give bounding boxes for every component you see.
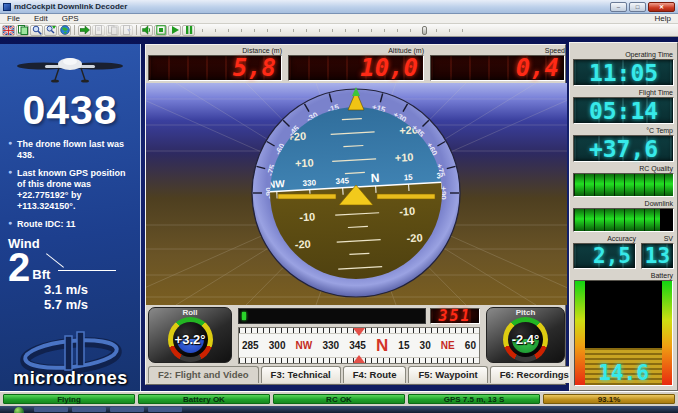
roll-gauge-label: Roll — [149, 308, 231, 317]
export-save-icon[interactable] — [120, 25, 133, 36]
rc-quality-fill — [574, 174, 673, 196]
battery-label: Battery — [651, 272, 673, 279]
svg-text:+10: +10 — [394, 151, 413, 164]
wind-bft-value: 2 — [8, 251, 30, 283]
playback-slider[interactable] — [202, 25, 470, 36]
wind-section: Wind 2 Bft 3.1 m/s 5.7 m/s — [8, 236, 140, 313]
wind-bft-unit: Bft — [32, 270, 50, 280]
svg-text:-20: -20 — [406, 231, 423, 244]
svg-text:-20: -20 — [294, 238, 311, 251]
title-bar: mdCockpit Downlink Decoder – □ ✕ — [0, 0, 678, 14]
audio-icon[interactable] — [140, 25, 153, 36]
tab-bar: F2: Flight and Video F3: Technical F4: R… — [148, 366, 579, 383]
altitude-label: Altitude (m) — [288, 47, 424, 54]
minimize-button[interactable]: – — [610, 2, 627, 12]
accuracy-display: 2,5 — [573, 243, 636, 269]
menu-gps[interactable]: GPS — [55, 14, 86, 23]
zoom-icon[interactable] — [30, 25, 43, 36]
zoom-refresh-icon[interactable] — [44, 25, 57, 36]
downlink-fill — [574, 209, 660, 231]
distance-display: 5,8 — [148, 55, 282, 81]
maximize-button[interactable]: □ — [629, 2, 646, 12]
app-icon — [3, 3, 11, 11]
operating-time-label: Operating Time — [625, 51, 673, 58]
svg-text:-10: -10 — [299, 210, 316, 223]
compass-marker-bottom-icon — [353, 355, 365, 363]
compass-value: 330 — [322, 340, 339, 351]
status-bar: Flying Battery OK RC OK GPS 7.5 m, 13 S … — [0, 391, 678, 406]
menu-file[interactable]: File — [0, 14, 27, 23]
svg-text:345: 345 — [335, 176, 349, 186]
taskbar-button[interactable] — [72, 407, 106, 412]
menu-help[interactable]: Help — [648, 14, 678, 23]
menu-bar: File Edit GPS Help — [0, 14, 678, 24]
connect-icon[interactable] — [78, 25, 91, 36]
wind-gust-ms: 5.7 m/s — [44, 298, 140, 313]
note-gps-position: Last known GPS position of this drone wa… — [8, 168, 134, 213]
status-flight-state: Flying — [3, 394, 135, 404]
slider-handle[interactable] — [422, 26, 427, 35]
pause-icon[interactable] — [182, 25, 195, 36]
speed-label: Speed — [430, 47, 565, 54]
export-copy-icon[interactable] — [106, 25, 119, 36]
tab-route[interactable]: F4: Route — [343, 366, 407, 383]
globe-icon[interactable] — [58, 25, 71, 36]
start-orb-icon[interactable] — [14, 407, 24, 413]
compass-value: NE — [441, 340, 455, 351]
stop-icon[interactable] — [154, 25, 167, 36]
status-battery: Battery OK — [138, 394, 270, 404]
drone-notes: The drone flown last was 438. Last known… — [8, 139, 134, 230]
mdcockpit-window: mdCockpit Downlink Decoder – □ ✕ File Ed… — [0, 0, 678, 413]
tab-technical[interactable]: F3: Technical — [261, 366, 341, 383]
artificial-horizon: -15 -30 -45 -60 -75 -90 +15 +30 +45 +60 … — [146, 83, 567, 305]
speed-display: 0,4 — [430, 55, 565, 81]
note-last-flown: The drone flown last was 438. — [8, 139, 134, 162]
svg-text:330: 330 — [302, 178, 316, 188]
status-rc: RC OK — [273, 394, 405, 404]
signal-led-icon — [242, 312, 246, 320]
temp-display: +37,6 — [573, 135, 674, 162]
roll-gauge: Roll +3.2° — [148, 307, 232, 363]
compass-value: NW — [296, 340, 313, 351]
svg-text:N: N — [370, 171, 379, 185]
flight-time-display: 05:14 — [573, 97, 674, 124]
taskbar-button[interactable] — [148, 407, 182, 412]
close-button[interactable]: ✕ — [648, 2, 675, 12]
compass-north: N — [376, 336, 388, 356]
language-flag-icon[interactable] — [2, 25, 15, 36]
compass-value: 15 — [398, 340, 409, 351]
content-area: 0438 The drone flown last was 438. Last … — [0, 37, 678, 391]
compass-value: 300 — [269, 340, 286, 351]
taskbar-button[interactable] — [110, 407, 144, 412]
tab-recordings[interactable]: F6: Recordings — [490, 366, 579, 383]
downlink-bar — [573, 208, 674, 232]
battery-gauge: 14.6 — [574, 280, 673, 386]
temp-label: °C Temp — [646, 127, 673, 134]
accuracy-label: Accuracy — [573, 235, 636, 242]
note-route-idc: Route IDC: 11 — [8, 219, 134, 230]
distance-label: Distance (m) — [148, 47, 282, 54]
pitch-gauge-label: Pitch — [487, 308, 564, 317]
telemetry-panel: Operating Time 11:05 Flight Time 05:14 °… — [569, 42, 678, 391]
drone-id: 0438 — [0, 90, 140, 131]
flight-panel: Distance (m) 5,8 Altitude (m) 10,0 Speed… — [145, 44, 566, 385]
menu-edit[interactable]: Edit — [27, 14, 55, 23]
tab-waypoint[interactable]: F5: Waypoint — [408, 366, 487, 383]
svg-text:-10: -10 — [399, 205, 416, 218]
flight-time-label: Flight Time — [639, 89, 673, 96]
toolbar — [0, 24, 678, 37]
copy-icon[interactable] — [16, 25, 29, 36]
tab-flight-and-video[interactable]: F2: Flight and Video — [148, 366, 259, 383]
heading-display: 351 — [430, 308, 480, 324]
compass-value: 60 — [465, 340, 476, 351]
windows-taskbar[interactable] — [0, 406, 678, 413]
export-page-icon[interactable] — [92, 25, 105, 36]
compass-value: 285 — [242, 340, 259, 351]
play-icon[interactable] — [168, 25, 181, 36]
compass-marker-top-icon — [353, 328, 365, 336]
battery-voltage: 14.6 — [585, 361, 662, 385]
wind-direction-vane — [44, 254, 116, 272]
taskbar-button[interactable] — [34, 407, 68, 412]
compass-tape: 285 300 NW 330 345 N 15 30 NE 60 — [238, 327, 480, 364]
status-downlink-pct: 93.1% — [543, 394, 675, 404]
